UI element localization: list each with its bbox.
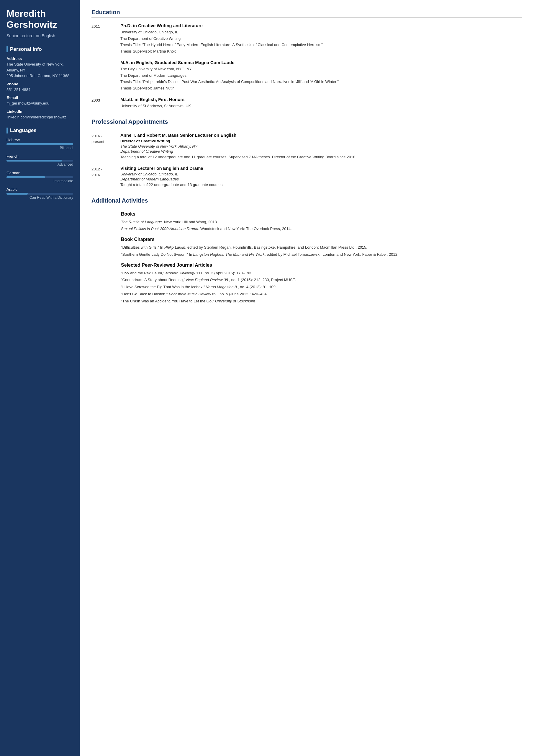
linkedin-label: LinkedIn <box>7 109 73 114</box>
language-bar-bg <box>7 160 73 162</box>
entry-content: Ph.D. in Creative Writing and Literature… <box>120 23 522 55</box>
entry-text: University of Chicago, Chicago, IL <box>120 29 522 35</box>
language-name: Hebrew <box>7 138 73 142</box>
activity-text: "Livy and the Pax Deum," Modern Philolog… <box>121 270 522 276</box>
entry-text: Taught a total of 22 undergraduate and 1… <box>120 182 522 188</box>
entry-bold-sub: Director of Creative Writing <box>120 139 522 143</box>
entry-text: Thesis Title: “Philip Larkin’s Distinct … <box>120 79 522 85</box>
language-name: Arabic <box>7 187 73 192</box>
language-level: Bilingual <box>7 146 73 150</box>
address-label: Address <box>7 56 73 61</box>
language-level: Can Read With a Dictionary <box>7 196 73 200</box>
education-section: Education 2011Ph.D. in Creative Writing … <box>91 9 522 110</box>
language-bar-bg <box>7 176 73 178</box>
entry-text: The City University of New York, NYC, NY <box>120 66 522 72</box>
activity-text: Sexual Politics in Post-2000 American Dr… <box>121 226 522 232</box>
language-item: German Intermediate <box>7 171 73 183</box>
entry-subtitle: Department of Creative Writing <box>120 149 522 153</box>
language-bar-fill <box>7 160 62 162</box>
education-entry: M.A. in English, Graduated Summa Magna C… <box>91 60 522 92</box>
entry-content: Visiting Lecturer on English and DramaUn… <box>120 166 522 188</box>
entry-title: M.Litt. in English, First Honors <box>120 97 522 102</box>
appointments-entries: 2016 - presentAnne T. and Robert M. Bass… <box>91 133 522 188</box>
education-entries: 2011Ph.D. in Creative Writing and Litera… <box>91 23 522 110</box>
activity-text: "Don't Go Back to Dalston," Poor Indie M… <box>121 291 522 297</box>
phone-value: 551-251-4884 <box>7 87 73 93</box>
entry-title: Visiting Lecturer on English and Drama <box>120 166 522 171</box>
entry-text: The Department of Creative Writing <box>120 36 522 41</box>
entry-content: M.A. in English, Graduated Summa Magna C… <box>120 60 522 92</box>
activities-section: Additional Activities BooksThe Rustle of… <box>91 197 522 305</box>
activity-group-title: Selected Peer-Reviewed Journal Articles <box>121 262 522 268</box>
appointments-heading: Professional Appointments <box>91 119 522 127</box>
language-bar-fill <box>7 143 73 145</box>
language-item: French Advanced <box>7 154 73 167</box>
education-entry: 2011Ph.D. in Creative Writing and Litera… <box>91 23 522 55</box>
entry-title: M.A. in English, Graduated Summa Magna C… <box>120 60 522 65</box>
entry-text: University of St Andrews, St Andrews, UK <box>120 103 522 109</box>
entry-year: 2012 - 2016 <box>91 166 115 188</box>
language-bar-fill <box>7 193 28 195</box>
entry-year: 2011 <box>91 23 115 55</box>
education-entry: 2003M.Litt. in English, First HonorsUniv… <box>91 97 522 110</box>
language-name: French <box>7 154 73 159</box>
phone-label: Phone <box>7 82 73 86</box>
entry-text: Teaching a total of 12 undergraduate and… <box>120 154 522 160</box>
language-level: Advanced <box>7 162 73 167</box>
language-bar-fill <box>7 176 45 178</box>
email-value: m_gershowitz@suny.edu <box>7 100 73 106</box>
appointment-entry: 2012 - 2016Visiting Lecturer on English … <box>91 166 522 188</box>
candidate-title: Senior Lecturer on English <box>7 33 73 39</box>
entry-text: Thesis Supervisor: Martina Knox <box>120 48 522 54</box>
entry-year: 2016 - present <box>91 133 115 161</box>
activity-group-title: Book Chapters <box>121 237 522 242</box>
entry-subtitle: University of Chicago, Chicago, IL <box>120 172 522 176</box>
language-level: Intermediate <box>7 179 73 183</box>
sidebar: Meredith Gershowitz Senior Lecturer on E… <box>0 0 80 756</box>
entry-title: Ph.D. in Creative Writing and Literature <box>120 23 522 28</box>
entry-content: M.Litt. in English, First HonorsUniversi… <box>120 97 522 110</box>
language-item: Hebrew Bilingual <box>7 138 73 150</box>
language-bar-bg <box>7 143 73 145</box>
entry-text: Thesis Title: “The Hybrid Hero of Early … <box>120 42 522 48</box>
entry-subtitle: Department of Modern Languages <box>120 177 522 181</box>
activity-text: "Difficulties with Girls." In Philip Lar… <box>121 245 522 251</box>
activity-text: The Rustle of Language. New York: Hill a… <box>121 219 522 225</box>
activities-content: BooksThe Rustle of Language. New York: H… <box>91 211 522 305</box>
entry-year: 2003 <box>91 97 115 110</box>
email-label: E-mail <box>7 95 73 100</box>
activities-heading: Additional Activities <box>91 197 522 206</box>
address-value: The State University of New York,Albany,… <box>7 62 73 79</box>
appointment-entry: 2016 - presentAnne T. and Robert M. Bass… <box>91 133 522 161</box>
education-heading: Education <box>91 9 522 18</box>
language-name: German <box>7 171 73 175</box>
appointments-section: Professional Appointments 2016 - present… <box>91 119 522 188</box>
activity-group-title: Books <box>121 211 522 217</box>
languages-list: Hebrew Bilingual French Advanced German … <box>7 138 73 200</box>
entry-text: The Department of Modern Languages <box>120 73 522 79</box>
entry-subtitle: The State University of New York, Albany… <box>120 144 522 148</box>
linkedin-value: linkedin.com/in/meredithgershowitz <box>7 114 73 120</box>
languages-heading: Languages <box>7 127 73 133</box>
activity-text: "Southern Gentle Lady Do Not Swoon." In … <box>121 252 522 258</box>
candidate-name: Meredith Gershowitz <box>7 8 73 30</box>
main-content: Education 2011Ph.D. in Creative Writing … <box>80 0 534 756</box>
entry-title: Anne T. and Robert M. Bass Senior Lectur… <box>120 133 522 138</box>
languages-section: Languages Hebrew Bilingual French Advanc… <box>7 127 73 200</box>
personal-info-section: Personal Info Address The State Universi… <box>7 46 73 120</box>
activity-text: "I Have Screwed the Pig That Was in the … <box>121 284 522 290</box>
entry-content: Anne T. and Robert M. Bass Senior Lectur… <box>120 133 522 161</box>
personal-info-heading: Personal Info <box>7 46 73 52</box>
language-bar-bg <box>7 193 73 195</box>
activity-text: "The Crash Was an Accident. You Have to … <box>121 298 522 305</box>
language-item: Arabic Can Read With a Dictionary <box>7 187 73 200</box>
activity-text: "Conundrum: A Story about Reading," New … <box>121 277 522 283</box>
entry-year <box>91 60 115 92</box>
entry-text: Thesis Supervisor: James Nutini <box>120 85 522 91</box>
